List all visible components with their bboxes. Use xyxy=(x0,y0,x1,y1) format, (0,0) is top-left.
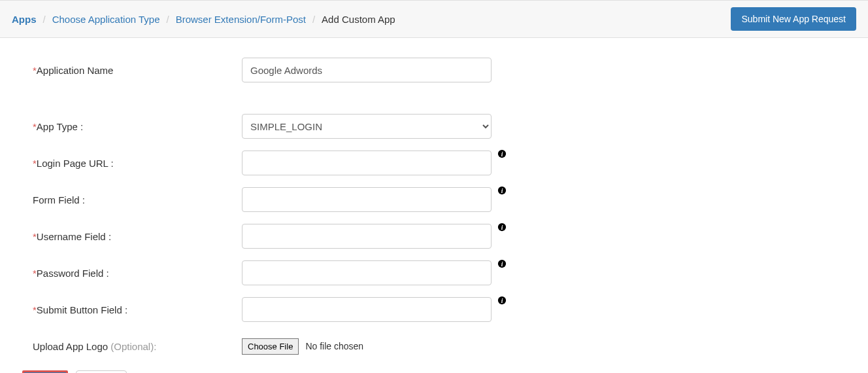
label-form-field: Form Field : xyxy=(33,194,242,205)
label-submit-button-field: *Submit Button Field : xyxy=(33,304,242,315)
cancel-button[interactable]: Cancel xyxy=(76,370,127,373)
svg-text:i: i xyxy=(501,260,503,268)
header-bar: Apps / Choose Application Type / Browser… xyxy=(0,0,868,38)
label-username-field: *Username Field : xyxy=(33,231,242,242)
info-icon[interactable]: i xyxy=(497,295,507,306)
button-row: Save Cancel xyxy=(22,370,835,373)
info-icon[interactable]: i xyxy=(497,185,507,196)
info-icon[interactable]: i xyxy=(497,258,507,269)
breadcrumb-separator: / xyxy=(43,14,46,25)
form-area: *Application Name *App Type : SIMPLE_LOG… xyxy=(0,38,868,373)
label-login-url: *Login Page URL : xyxy=(33,158,242,169)
row-username-field: *Username Field : i xyxy=(33,224,835,249)
row-form-field: Form Field : i xyxy=(33,187,835,212)
label-app-type: *App Type : xyxy=(33,121,242,132)
username-field-input[interactable] xyxy=(242,224,492,249)
info-icon[interactable]: i xyxy=(497,149,507,159)
svg-text:i: i xyxy=(501,297,503,304)
svg-text:i: i xyxy=(501,151,503,158)
breadcrumb-separator: / xyxy=(312,14,315,25)
row-application-name: *Application Name xyxy=(33,58,835,82)
file-chosen-text: No file chosen xyxy=(305,341,363,351)
choose-file-button[interactable]: Choose File xyxy=(242,338,299,355)
info-icon[interactable]: i xyxy=(497,222,507,232)
app-type-select[interactable]: SIMPLE_LOGIN xyxy=(242,114,492,139)
row-login-url: *Login Page URL : i xyxy=(33,151,835,175)
password-field-input[interactable] xyxy=(242,260,492,285)
row-upload-logo: Upload App Logo (Optional): Choose File … xyxy=(33,334,835,359)
svg-text:i: i xyxy=(501,187,503,194)
label-application-name: *Application Name xyxy=(33,65,242,76)
form-field-input[interactable] xyxy=(242,187,492,212)
submit-new-app-request-button[interactable]: Submit New App Request xyxy=(731,7,856,31)
row-app-type: *App Type : SIMPLE_LOGIN xyxy=(33,114,835,139)
breadcrumb-apps[interactable]: Apps xyxy=(12,14,37,25)
breadcrumb-browser-extension[interactable]: Browser Extension/Form-Post xyxy=(176,14,306,25)
save-button[interactable]: Save xyxy=(22,370,68,373)
breadcrumb-separator: / xyxy=(167,14,169,25)
label-upload-logo: Upload App Logo (Optional): xyxy=(33,341,242,352)
breadcrumb-choose-type[interactable]: Choose Application Type xyxy=(52,14,160,25)
login-url-input[interactable] xyxy=(242,151,492,175)
breadcrumb: Apps / Choose Application Type / Browser… xyxy=(12,14,395,25)
submit-button-field-input[interactable] xyxy=(242,297,492,322)
label-password-field: *Password Field : xyxy=(33,268,242,279)
row-submit-button-field: *Submit Button Field : i xyxy=(33,297,835,322)
breadcrumb-current: Add Custom App xyxy=(322,14,395,25)
row-password-field: *Password Field : i xyxy=(33,260,835,285)
application-name-input[interactable] xyxy=(242,58,492,82)
svg-text:i: i xyxy=(501,224,503,231)
